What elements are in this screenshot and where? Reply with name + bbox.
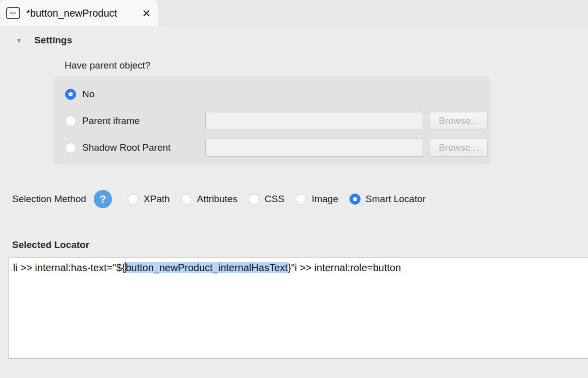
radio-icon-css[interactable]: [249, 194, 260, 205]
radio-icon-smart-locator[interactable]: [349, 194, 361, 205]
radio-no[interactable]: No: [65, 89, 199, 100]
test-object-icon: •••: [6, 7, 20, 19]
tab-button-newproduct[interactable]: ••• *button_newProduct ✕: [0, 0, 158, 26]
shadow-root-parent-input[interactable]: [205, 139, 423, 157]
chevron-down-icon[interactable]: ▼: [16, 37, 24, 44]
radio-label-css: CSS: [265, 194, 284, 205]
radio-shadow-root-parent[interactable]: Shadow Root Parent: [65, 142, 199, 153]
tab-bar: ••• *button_newProduct ✕: [0, 0, 588, 26]
close-icon[interactable]: ✕: [142, 8, 151, 19]
locator-text-prefix: li >> internal:has-text="${: [13, 262, 125, 273]
selected-locator-heading: Selected Locator: [12, 239, 588, 250]
radio-label-image: Image: [312, 194, 338, 205]
radio-label-attributes: Attributes: [197, 194, 238, 205]
radio-label-parent-iframe: Parent iframe: [82, 115, 140, 127]
settings-header[interactable]: ▼ Settings: [16, 35, 588, 46]
radio-css[interactable]: CSS: [249, 194, 284, 205]
radio-icon-xpath[interactable]: [128, 194, 139, 205]
radio-label-shadow-root-parent: Shadow Root Parent: [82, 142, 170, 153]
radio-xpath[interactable]: XPath: [128, 194, 170, 205]
parent-option-row-no: No: [53, 85, 491, 103]
radio-icon-parent-iframe[interactable]: [65, 115, 76, 127]
settings-title: Settings: [34, 35, 72, 46]
help-icon[interactable]: ?: [94, 190, 112, 208]
parent-option-row-iframe: Parent iframe Browse...: [53, 112, 491, 130]
tab-title: *button_newProduct: [26, 8, 117, 19]
radio-attributes[interactable]: Attributes: [181, 194, 238, 205]
radio-label-xpath: XPath: [144, 194, 170, 205]
shadow-root-parent-browse-button[interactable]: Browse...: [430, 139, 488, 157]
selection-method-options: XPath Attributes CSS Image Smart Locator: [128, 194, 426, 205]
parent-object-question: Have parent object?: [65, 60, 588, 71]
selection-method-label: Selection Method: [12, 194, 86, 205]
radio-icon-shadow-root-parent[interactable]: [65, 142, 76, 153]
radio-icon-image[interactable]: [296, 194, 307, 205]
radio-icon-no[interactable]: [65, 89, 76, 100]
parent-iframe-browse-button[interactable]: Browse...: [430, 112, 488, 130]
locator-text-selection: button_newProduct_internalHasText: [126, 262, 287, 273]
parent-option-row-shadow: Shadow Root Parent Browse...: [53, 139, 491, 157]
selection-method-row: Selection Method ? XPath Attributes CSS …: [12, 190, 588, 208]
radio-parent-iframe[interactable]: Parent iframe: [65, 115, 199, 127]
parent-iframe-input[interactable]: [205, 112, 423, 130]
selected-locator-textarea[interactable]: li >> internal:has-text="${button_newPro…: [9, 257, 588, 359]
radio-image[interactable]: Image: [296, 194, 338, 205]
radio-smart-locator[interactable]: Smart Locator: [349, 194, 426, 205]
radio-label-smart-locator: Smart Locator: [366, 194, 426, 205]
radio-label-no: No: [82, 89, 94, 100]
radio-icon-attributes[interactable]: [181, 194, 192, 205]
locator-text-suffix: }"i >> internal:role=button: [288, 262, 401, 273]
parent-object-panel: No Parent iframe Browse... Shadow Root P…: [53, 77, 491, 165]
